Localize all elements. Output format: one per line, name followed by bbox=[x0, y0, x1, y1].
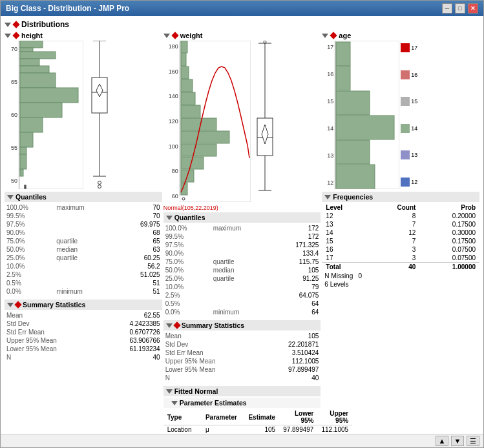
freq-toggle[interactable] bbox=[324, 195, 331, 199]
svg-rect-1 bbox=[20, 41, 43, 48]
legend-color-13 bbox=[401, 150, 410, 159]
fitted-toggle[interactable] bbox=[166, 389, 173, 394]
bottom-bar: ▲ ▼ ☰ bbox=[1, 434, 483, 447]
weight-summary-stats: Summary Statistics Mean105 Std Dev22.201… bbox=[163, 320, 321, 382]
table-row: Total401.00000 bbox=[322, 263, 479, 272]
table-row: Std Dev22.201871 bbox=[163, 340, 321, 349]
maximize-button[interactable]: □ bbox=[455, 3, 465, 14]
scroll-down-button[interactable]: ▼ bbox=[451, 436, 464, 446]
table-row: 97.5%69.975 bbox=[5, 220, 162, 229]
legend-item-16: 16 bbox=[401, 70, 417, 79]
distributions-panels: height 70 65 60 55 50 bbox=[5, 32, 479, 434]
svg-rect-6 bbox=[20, 73, 56, 88]
height-summary-table: Mean62.55 Std Dev4.2423385 Std Err Mean0… bbox=[5, 311, 162, 361]
height-panel: height 70 65 60 55 50 bbox=[5, 32, 162, 434]
weight-s-toggle[interactable] bbox=[166, 323, 173, 328]
weight-toggle[interactable] bbox=[163, 34, 170, 38]
param-estimates-header: Parameter Estimates bbox=[163, 398, 321, 408]
svg-rect-30 bbox=[181, 66, 189, 79]
table-row: 2.5%51.025 bbox=[5, 270, 162, 279]
table-row: N40 bbox=[163, 374, 321, 382]
table-row: 14120.30000 bbox=[322, 229, 479, 237]
age-legend: 17 16 15 14 bbox=[399, 41, 419, 189]
legend-color-17 bbox=[401, 43, 410, 52]
frequencies-header: Frequencies bbox=[322, 192, 479, 202]
weight-icon bbox=[171, 32, 178, 39]
table-row: 50.0%median63 bbox=[5, 245, 162, 254]
height-summary-header: Summary Statistics bbox=[5, 300, 162, 310]
distributions-icon bbox=[12, 21, 19, 28]
svg-rect-28 bbox=[181, 41, 187, 53]
menu-button[interactable]: ☰ bbox=[467, 436, 479, 446]
table-row: 100.0%maximum172 bbox=[163, 224, 321, 232]
svg-point-15 bbox=[24, 187, 26, 189]
table-row: 1730.07500 bbox=[322, 254, 479, 263]
table-row: 99.5%70 bbox=[5, 212, 162, 220]
svg-rect-32 bbox=[181, 92, 195, 105]
age-frequencies: Frequencies Level Count Prob 1280.20000 bbox=[322, 192, 479, 289]
svg-rect-53 bbox=[336, 66, 350, 90]
legend-item-12: 12 bbox=[401, 178, 417, 187]
table-row: 1570.17500 bbox=[322, 237, 479, 245]
svg-rect-7 bbox=[20, 88, 78, 103]
table-row: Lower 95% Mean61.193234 bbox=[5, 345, 162, 353]
height-icon bbox=[12, 32, 19, 39]
height-quantiles: Quantiles 100.0%maximum70 99.5%70 97.5%6… bbox=[5, 192, 162, 296]
table-row: 10.0%56.2 bbox=[5, 262, 162, 270]
svg-rect-3 bbox=[20, 52, 56, 59]
table-row: 50.0%median105 bbox=[163, 266, 321, 274]
legend-color-15 bbox=[401, 97, 410, 106]
legend-item-17: 17 bbox=[401, 43, 417, 52]
height-s-toggle[interactable] bbox=[7, 303, 14, 307]
height-toggle[interactable] bbox=[5, 34, 11, 38]
param-toggle[interactable] bbox=[171, 401, 178, 405]
svg-rect-55 bbox=[336, 116, 394, 139]
svg-rect-56 bbox=[336, 140, 370, 164]
table-row: 100.0%maximum70 bbox=[5, 203, 162, 212]
table-row: N40 bbox=[5, 353, 162, 361]
svg-rect-36 bbox=[181, 144, 216, 156]
age-toggle[interactable] bbox=[322, 34, 328, 38]
frequencies-table: Level Count Prob 1280.20000 1370.17500 1… bbox=[322, 203, 479, 271]
age-chart: 17 16 15 14 13 12 bbox=[322, 41, 479, 189]
age-icon bbox=[330, 32, 337, 39]
weight-summary-header: Summary Statistics bbox=[163, 320, 321, 331]
distributions-title: Distributions bbox=[21, 20, 69, 29]
legend-item-15: 15 bbox=[401, 97, 417, 106]
n-missing: N Missing 0 bbox=[322, 271, 479, 281]
table-row: 0.0%minimum51 bbox=[5, 287, 162, 296]
window-title: Big Class - Distribution - JMP Pro bbox=[6, 4, 129, 13]
close-button[interactable]: ✕ bbox=[468, 3, 478, 14]
table-header-row: Level Count Prob bbox=[322, 203, 479, 212]
title-bar: Big Class - Distribution - JMP Pro ─ □ ✕ bbox=[1, 1, 483, 16]
weight-quantiles-header: Quantiles bbox=[163, 212, 321, 223]
age-title: age bbox=[322, 32, 479, 39]
weight-chart: 180 160 140 120 100 80 60 bbox=[163, 41, 321, 202]
height-q-toggle[interactable] bbox=[7, 195, 14, 199]
minimize-button[interactable]: ─ bbox=[442, 3, 452, 14]
distributions-toggle[interactable] bbox=[5, 23, 11, 27]
svg-rect-29 bbox=[181, 54, 186, 66]
svg-rect-52 bbox=[336, 42, 350, 66]
legend-item-13: 13 bbox=[401, 150, 417, 159]
svg-rect-33 bbox=[181, 105, 200, 117]
weight-quantiles-table: 100.0%maximum172 99.5%172 97.5%171.325 9… bbox=[163, 224, 321, 316]
weight-histogram bbox=[180, 41, 251, 202]
legend-color-16 bbox=[401, 70, 410, 79]
distributions-header: Distributions bbox=[5, 20, 479, 29]
svg-rect-5 bbox=[20, 66, 49, 73]
fitted-normal-header: Fitted Normal bbox=[163, 386, 321, 396]
weight-title: weight bbox=[163, 32, 321, 39]
weight-quantiles: Quantiles 100.0%maximum172 99.5%172 97.5… bbox=[163, 212, 321, 316]
table-row: 1630.07500 bbox=[322, 245, 479, 254]
svg-rect-4 bbox=[20, 59, 39, 66]
normal-label: Normal(105,22.2019) bbox=[163, 205, 321, 211]
height-boxplot bbox=[83, 41, 116, 189]
scroll-up-button[interactable]: ▲ bbox=[436, 436, 448, 446]
height-s-icon bbox=[14, 301, 21, 308]
weight-q-toggle[interactable] bbox=[166, 216, 173, 220]
weight-s-icon bbox=[173, 321, 180, 329]
table-row: Std Err Mean0.6707726 bbox=[5, 328, 162, 336]
table-row: 0.0%minimum64 bbox=[163, 308, 321, 316]
table-row: 90.0%133.4 bbox=[163, 249, 321, 258]
